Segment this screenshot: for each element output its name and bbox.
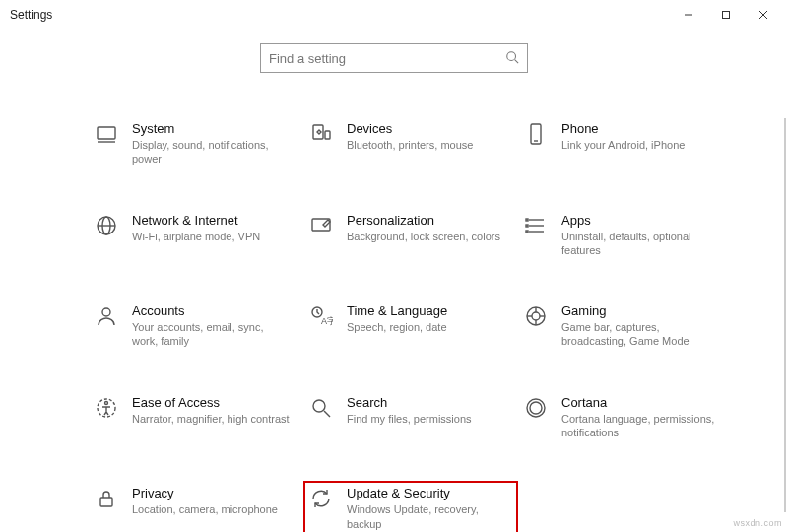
svg-point-36 [530,402,542,414]
tile-devices[interactable]: Devices Bluetooth, printers, mouse [303,116,518,170]
tile-desc: Bluetooth, printers, mouse [347,138,473,152]
svg-point-22 [102,308,110,316]
svg-rect-37 [100,498,112,506]
tile-desc: Location, camera, microphone [132,502,278,516]
tile-desc: Narrator, magnifier, high contrast [132,412,290,426]
apps-icon [522,212,550,239]
svg-point-33 [313,400,325,412]
svg-line-5 [515,59,519,63]
tile-desc: Your accounts, email, sync, work, family [132,320,290,349]
tile-time-language[interactable]: A字 Time & Language Speech, region, date [303,299,518,353]
tile-title: Personalization [347,213,500,228]
window-controls [670,1,782,29]
search-input[interactable] [269,51,505,66]
tile-title: Apps [561,213,719,228]
svg-rect-6 [98,127,115,139]
tile-title: System [132,121,290,136]
tile-desc: Uninstall, defaults, optional features [561,230,719,258]
ease-of-access-icon [93,394,120,422]
tile-title: Cortana [561,395,719,410]
tile-title: Gaming [561,303,719,318]
tile-accounts[interactable]: Accounts Your accounts, email, sync, wor… [89,299,303,353]
svg-rect-1 [723,12,730,19]
window-title: Settings [10,8,52,22]
tile-title: Privacy [132,486,278,500]
watermark: wsxdn.com [733,518,782,528]
tile-title: Ease of Access [132,395,290,410]
minimize-button[interactable] [670,1,707,29]
close-button[interactable] [745,1,782,29]
update-icon [307,485,335,512]
svg-point-32 [105,401,108,404]
tile-personalization[interactable]: Personalization Background, lock screen,… [303,208,518,262]
tile-search[interactable]: Search Find my files, permissions [303,390,518,444]
accounts-icon [93,302,120,330]
scrollbar[interactable] [784,118,786,512]
tile-cortana[interactable]: Cortana Cortana language, permissions, n… [518,390,733,444]
gaming-icon [522,302,550,330]
tile-title: Time & Language [347,303,447,318]
tile-title: Devices [347,121,473,136]
search-icon [505,50,519,67]
tile-gaming[interactable]: Gaming Game bar, captures, broadcasting,… [518,299,733,353]
magnifier-icon [307,394,335,422]
svg-point-4 [507,51,516,60]
tile-desc: Background, lock screen, colors [347,230,500,243]
svg-rect-20 [526,225,528,227]
tile-ease-of-access[interactable]: Ease of Access Narrator, magnifier, high… [89,390,303,444]
tile-system[interactable]: System Display, sound, notifications, po… [89,116,303,170]
search-wrap [0,43,788,73]
close-icon [758,10,768,20]
tile-title: Search [347,395,472,410]
maximize-button[interactable] [707,1,745,29]
minimize-icon [684,10,693,20]
tile-desc: Wi-Fi, airplane mode, VPN [132,230,260,243]
tile-desc: Find my files, permissions [347,412,472,426]
svg-rect-21 [526,231,528,233]
tile-desc: Cortana language, permissions, notificat… [561,412,719,440]
tile-title: Network & Internet [132,213,260,228]
svg-line-34 [324,411,330,417]
lock-icon [93,485,120,512]
system-icon [93,120,120,148]
settings-grid: System Display, sound, notifications, po… [89,116,778,532]
devices-icon [307,120,335,148]
globe-icon [93,212,120,239]
tile-desc: Link your Android, iPhone [561,138,685,152]
tile-phone[interactable]: Phone Link your Android, iPhone [518,116,733,170]
tile-desc: Windows Update, recovery, backup [347,502,504,531]
svg-rect-19 [526,219,528,221]
tile-title: Update & Security [347,486,504,500]
cortana-icon [522,394,550,422]
tile-title: Accounts [132,303,290,318]
search-box[interactable] [260,43,528,73]
tile-apps[interactable]: Apps Uninstall, defaults, optional featu… [518,208,733,262]
time-language-icon: A字 [307,302,335,330]
tile-desc: Display, sound, notifications, power [132,138,290,166]
tile-update-security[interactable]: Update & Security Windows Update, recove… [303,481,518,532]
tile-desc: Game bar, captures, broadcasting, Game M… [561,320,719,349]
tile-title: Phone [561,121,685,136]
maximize-icon [721,10,731,20]
svg-rect-9 [325,131,330,139]
svg-point-26 [532,312,540,320]
personalization-icon [307,212,335,239]
titlebar: Settings [0,0,788,30]
phone-icon [522,120,550,148]
tile-desc: Speech, region, date [347,320,447,334]
tile-network[interactable]: Network & Internet Wi-Fi, airplane mode,… [89,208,303,262]
tile-privacy[interactable]: Privacy Location, camera, microphone [89,481,303,532]
svg-text:A字: A字 [321,316,333,326]
